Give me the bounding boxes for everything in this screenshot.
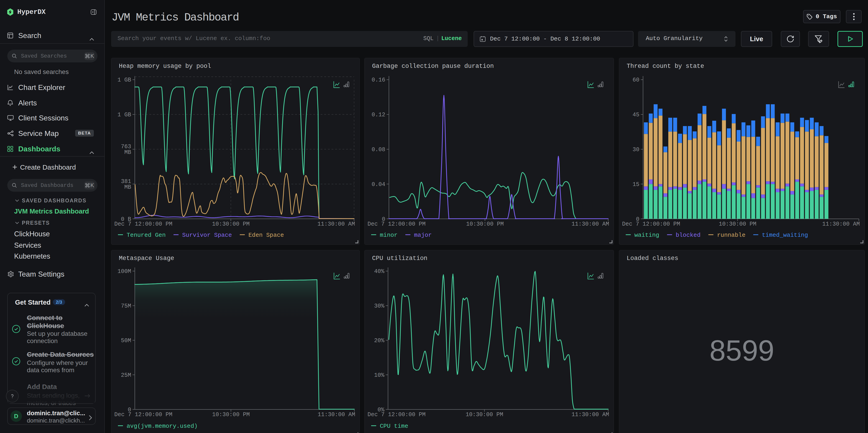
svg-text:0.08: 0.08 <box>372 146 385 153</box>
svg-text:MB: MB <box>124 149 131 156</box>
svg-text:timed_waiting: timed_waiting <box>762 232 808 239</box>
svg-text:CPU time: CPU time <box>380 423 408 430</box>
svg-text:waiting: waiting <box>634 232 659 239</box>
svg-text:10:30:00 PM: 10:30:00 PM <box>466 411 503 418</box>
svg-text:0.04: 0.04 <box>372 181 385 188</box>
svg-text:Dec 7 12:00:00 PM: Dec 7 12:00:00 PM <box>368 411 426 418</box>
svg-text:1 GB: 1 GB <box>118 77 131 83</box>
svg-text:75M: 75M <box>121 303 131 309</box>
svg-text:30: 30 <box>632 146 640 153</box>
svg-text:1 GB: 1 GB <box>118 112 131 118</box>
svg-text:MB: MB <box>124 184 131 190</box>
svg-text:45: 45 <box>632 112 640 118</box>
svg-text:runnable: runnable <box>717 232 745 239</box>
svg-text:11:30:00 AM: 11:30:00 AM <box>317 221 355 227</box>
svg-text:60: 60 <box>632 77 640 83</box>
svg-text:30%: 30% <box>374 303 384 309</box>
svg-text:11:30:00 AM: 11:30:00 AM <box>318 411 355 418</box>
svg-text:avg(jvm.memory.used): avg(jvm.memory.used) <box>127 423 198 430</box>
svg-text:25M: 25M <box>121 372 131 379</box>
svg-text:0.16: 0.16 <box>372 77 385 83</box>
svg-text:Dec 7 12:00:00 PM: Dec 7 12:00:00 PM <box>368 221 426 227</box>
svg-text:15: 15 <box>632 181 640 188</box>
svg-text:minor: minor <box>380 232 398 239</box>
svg-text:major: major <box>414 232 432 239</box>
svg-text:50M: 50M <box>121 337 131 344</box>
svg-text:Eden Space: Eden Space <box>248 232 284 239</box>
svg-text:11:30:00 AM: 11:30:00 AM <box>571 221 609 227</box>
svg-text:Survivor Space: Survivor Space <box>182 232 232 239</box>
svg-text:Tenured Gen: Tenured Gen <box>127 232 166 239</box>
svg-text:100M: 100M <box>118 268 131 275</box>
svg-text:0.12: 0.12 <box>372 112 385 118</box>
svg-text:10:30:00 PM: 10:30:00 PM <box>212 411 250 418</box>
svg-text:Dec 7 12:00:00 PM: Dec 7 12:00:00 PM <box>622 221 680 227</box>
svg-text:Dec 7 12:00:00 PM: Dec 7 12:00:00 PM <box>114 221 173 227</box>
svg-text:10%: 10% <box>374 372 384 379</box>
svg-text:11:30:00 AM: 11:30:00 AM <box>571 411 609 418</box>
svg-text:10:30:00 PM: 10:30:00 PM <box>719 221 756 227</box>
svg-text:blocked: blocked <box>676 232 701 239</box>
svg-text:Dec 7 12:00:00 PM: Dec 7 12:00:00 PM <box>114 411 173 418</box>
svg-text:20%: 20% <box>374 337 384 344</box>
svg-text:10:30:00 PM: 10:30:00 PM <box>212 221 250 227</box>
svg-text:40%: 40% <box>374 268 384 275</box>
svg-text:10:30:00 PM: 10:30:00 PM <box>466 221 504 227</box>
svg-text:11:30:00 AM: 11:30:00 AM <box>822 221 860 227</box>
